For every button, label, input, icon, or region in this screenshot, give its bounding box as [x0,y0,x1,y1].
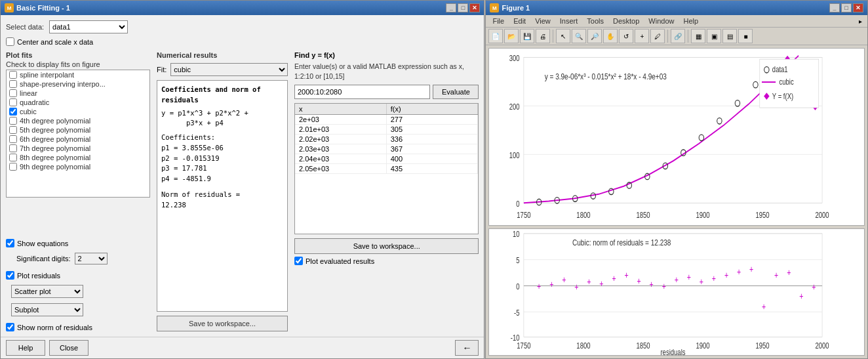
toolbar-print-button[interactable]: 🖨 [536,29,550,43]
norm-value: 12.238 [161,200,283,211]
svg-text:1800: 1800 [577,211,591,219]
fit-item-6th[interactable]: 6th degree polynomial [7,135,149,144]
help-button[interactable]: Help [6,340,45,356]
cell-fx4: 367 [387,144,479,154]
fit-cubic-checkbox[interactable] [9,108,17,116]
toolbar-brush[interactable]: 🖊 [650,29,665,43]
menu-view[interactable]: View [531,16,555,26]
menu-file[interactable]: File [488,16,508,26]
fit-spline-checkbox[interactable] [9,71,17,79]
fits-list[interactable]: spline interpolant shape-preserving inte… [6,70,150,198]
plot-area: 300 200 100 0 1750 1800 1850 1900 1950 2… [486,45,867,358]
close-button[interactable]: ✕ [469,3,480,12]
close-dialog-button[interactable]: Close [49,340,89,356]
fit-9th-checkbox[interactable] [9,163,17,171]
toolbar-pan[interactable]: ✋ [603,29,618,43]
matlab-icon: M [5,3,14,12]
fit-item-quadratic[interactable]: quadratic [7,98,149,107]
toolbar-color-bar[interactable]: ▣ [707,29,721,43]
save-workspace-button-2[interactable]: Save to workspace... [294,238,479,254]
evaluate-input[interactable] [294,85,430,99]
svg-text:+: + [787,268,791,278]
fig-maximize-button[interactable]: □ [841,3,852,12]
center-scale-checkbox[interactable] [6,37,14,46]
fit-item-9th[interactable]: 9th degree polynomial [7,162,149,171]
toolbar-new-button[interactable]: 📄 [488,29,503,43]
menu-desktop[interactable]: Desktop [609,16,643,26]
toolbar-data-cursor[interactable]: + [635,29,649,43]
svg-text:10: 10 [513,230,520,238]
plot-eval-row: Plot evaluated results [294,257,479,265]
figure1-window: M Figure 1 _ □ ✕ File Edit View Insert T… [485,0,868,359]
minimize-button[interactable]: _ [446,3,456,12]
top-chart-inner: 300 200 100 0 1750 1800 1850 1900 1950 2… [489,49,864,225]
fit-item-spline[interactable]: spline interpolant [7,70,149,79]
evaluate-row: Evaluate [294,85,479,99]
fit-item-shape[interactable]: shape-preserving interpo... [7,79,149,89]
bottom-chart-svg: 10 5 0 -5 -10 1750 1800 1850 1900 1950 2… [489,229,864,355]
toolbar-save-button[interactable]: 💾 [520,29,534,43]
fit-quadratic-checkbox[interactable] [9,98,17,106]
show-norm-label: Show norm of residuals [17,324,92,331]
data-select[interactable]: data1 [49,20,128,33]
fit-item-7th[interactable]: 7th degree polynomial [7,144,149,153]
cell-fx6: 435 [387,164,479,173]
fit-8th-checkbox[interactable] [9,154,17,161]
menu-insert[interactable]: Insert [556,16,582,26]
show-equations-checkbox[interactable] [6,239,14,247]
sig-digits-select[interactable]: 2 [75,253,108,264]
fit-5th-label: 5th degree polynomial [20,126,90,134]
fit-item-linear[interactable]: linear [7,89,149,98]
fit-item-5th[interactable]: 5th degree polynomial [7,125,149,135]
evaluate-button[interactable]: Evaluate [433,85,479,99]
fig-minimize-button[interactable]: _ [829,3,840,12]
center-scale-label: Center and scale x data [17,38,93,46]
save-workspace-button[interactable]: Save to workspace... [157,316,288,331]
fig-close-button[interactable]: ✕ [853,3,863,12]
fit-7th-checkbox[interactable] [9,144,17,152]
svg-text:5: 5 [517,256,520,264]
toolbar-zoom-out[interactable]: 🔎 [587,29,602,43]
svg-text:1850: 1850 [637,341,650,350]
toolbar-rotate[interactable]: ↺ [619,29,633,43]
toolbar-sep3 [688,30,688,43]
figure1-titlebar: M Figure 1 _ □ ✕ [486,1,867,15]
fit-5th-checkbox[interactable] [9,126,17,134]
basic-fitting-titlebar: M Basic Fitting - 1 _ □ ✕ [1,1,484,15]
fit-label: Fit: [157,66,167,74]
toolbar-legend[interactable]: ▤ [722,29,737,43]
menu-tools[interactable]: Tools [583,16,608,26]
maximize-button[interactable]: □ [458,3,468,12]
toolbar-plot-edit[interactable]: ▦ [691,29,705,43]
fit-shape-checkbox[interactable] [9,80,17,88]
p2-value: p2 = -0.015319 [161,154,283,164]
fit-4th-checkbox[interactable] [9,117,17,125]
fig-expand-button[interactable]: ▸ [856,18,865,25]
bf-content: Select data: data1 Center and scale x da… [1,15,484,337]
menu-window[interactable]: Window [644,16,678,26]
menu-edit[interactable]: Edit [509,16,530,26]
cell-fx1: 277 [387,115,479,124]
toolbar-hide-plot[interactable]: ■ [738,29,753,43]
toolbar-arrow-tool[interactable]: ↖ [556,29,570,43]
plot-eval-checkbox[interactable] [294,257,303,265]
menu-help[interactable]: Help [679,16,702,26]
fit-linear-checkbox[interactable] [9,89,17,97]
svg-text:+: + [575,282,579,293]
fit-6th-checkbox[interactable] [9,135,17,143]
fit-item-8th[interactable]: 8th degree polynomial [7,153,149,162]
plot-residuals-checkbox[interactable] [6,271,14,280]
show-norm-checkbox[interactable] [6,323,14,331]
fx-table-body[interactable]: 2e+03 277 2.01e+03 305 2.02e+03 336 2. [295,115,478,234]
plot-type-select[interactable]: Scatter plot [11,285,83,298]
toolbar-link[interactable]: 🔗 [671,29,685,43]
toolbar-open-button[interactable]: 📂 [504,29,519,43]
toolbar-zoom-in[interactable]: 🔍 [572,29,586,43]
subplot-select[interactable]: Subplot [11,303,83,316]
fit-select[interactable]: cubic [170,63,288,76]
svg-text:residuals: residuals [661,348,686,355]
p4-value: p4 = -4851.9 [161,174,283,184]
fit-item-cubic[interactable]: cubic [7,107,149,116]
arrow-button[interactable]: ← [455,340,479,356]
fit-item-4th[interactable]: 4th degree polynomial [7,116,149,125]
